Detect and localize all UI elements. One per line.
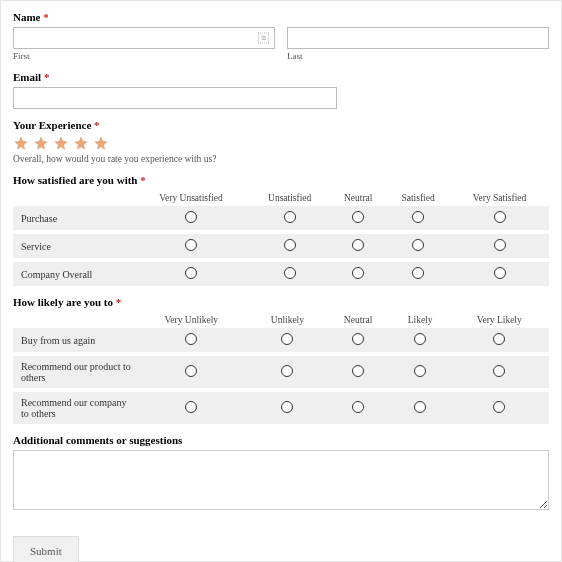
- radio-option[interactable]: [284, 239, 296, 251]
- col-header: Likely: [391, 312, 449, 328]
- radio-option[interactable]: [412, 211, 424, 223]
- radio-option[interactable]: [281, 333, 293, 345]
- radio-cell: [450, 232, 549, 260]
- row-label: Buy from us again: [13, 328, 133, 354]
- radio-option[interactable]: [414, 333, 426, 345]
- radio-option[interactable]: [352, 401, 364, 413]
- radio-cell: [330, 206, 386, 232]
- radio-option[interactable]: [185, 333, 197, 345]
- star-icon[interactable]: [93, 135, 109, 151]
- radio-cell: [386, 260, 450, 286]
- radio-option[interactable]: [414, 401, 426, 413]
- radio-option[interactable]: [493, 333, 505, 345]
- radio-option[interactable]: [185, 239, 197, 251]
- row-label: Purchase: [13, 206, 133, 232]
- radio-cell: [449, 328, 549, 354]
- radio-option[interactable]: [281, 401, 293, 413]
- required-marker: *: [140, 174, 146, 186]
- radio-option[interactable]: [185, 211, 197, 223]
- star-icon[interactable]: [13, 135, 29, 151]
- radio-option[interactable]: [493, 365, 505, 377]
- star-rating[interactable]: [13, 135, 549, 151]
- radio-option[interactable]: [414, 365, 426, 377]
- table-row: Company Overall: [13, 260, 549, 286]
- required-marker: *: [94, 119, 100, 131]
- required-marker: *: [116, 296, 122, 308]
- comments-label: Additional comments or suggestions: [13, 434, 549, 446]
- col-header: Unsatisfied: [249, 190, 330, 206]
- row-label: Recommend our company to others: [13, 390, 133, 424]
- radio-option[interactable]: [494, 267, 506, 279]
- radio-cell: [391, 328, 449, 354]
- experience-label: Your Experience *: [13, 119, 549, 131]
- email-label: Email *: [13, 71, 549, 83]
- comments-textarea[interactable]: [13, 450, 549, 510]
- radio-option[interactable]: [185, 401, 197, 413]
- radio-option[interactable]: [284, 267, 296, 279]
- radio-cell: [249, 260, 330, 286]
- radio-option[interactable]: [412, 267, 424, 279]
- radio-option[interactable]: [352, 211, 364, 223]
- table-row: Recommend our product to others: [13, 354, 549, 390]
- col-header: Very Satisfied: [450, 190, 549, 206]
- star-icon[interactable]: [53, 135, 69, 151]
- radio-cell: [133, 328, 250, 354]
- col-header: Very Likely: [449, 312, 549, 328]
- radio-option[interactable]: [494, 211, 506, 223]
- radio-cell: [325, 354, 391, 390]
- required-marker: *: [44, 71, 50, 83]
- radio-cell: [391, 390, 449, 424]
- autofill-icon: ≡: [258, 33, 269, 44]
- radio-cell: [133, 206, 249, 232]
- likelihood-label: How likely are you to *: [13, 296, 549, 308]
- required-marker: *: [43, 11, 49, 23]
- last-name-sublabel: Last: [287, 51, 549, 61]
- radio-option[interactable]: [352, 365, 364, 377]
- email-input[interactable]: [13, 87, 337, 109]
- radio-option[interactable]: [493, 401, 505, 413]
- experience-label-text: Your Experience: [13, 119, 91, 131]
- radio-cell: [133, 390, 250, 424]
- radio-cell: [250, 328, 325, 354]
- row-label: Company Overall: [13, 260, 133, 286]
- radio-option[interactable]: [352, 267, 364, 279]
- table-row: Service: [13, 232, 549, 260]
- likelihood-field: How likely are you to * Very Unlikely Un…: [13, 296, 549, 424]
- radio-option[interactable]: [185, 267, 197, 279]
- email-label-text: Email: [13, 71, 41, 83]
- radio-cell: [449, 390, 549, 424]
- satisfaction-label-text: How satisfied are you with: [13, 174, 137, 186]
- radio-cell: [325, 390, 391, 424]
- likelihood-header-row: Very Unlikely Unlikely Neutral Likely Ve…: [13, 312, 549, 328]
- radio-cell: [391, 354, 449, 390]
- radio-option[interactable]: [352, 333, 364, 345]
- first-name-sublabel: First: [13, 51, 275, 61]
- radio-option[interactable]: [412, 239, 424, 251]
- radio-cell: [325, 328, 391, 354]
- star-icon[interactable]: [73, 135, 89, 151]
- col-header: Satisfied: [386, 190, 450, 206]
- radio-cell: [449, 354, 549, 390]
- star-icon[interactable]: [33, 135, 49, 151]
- submit-button[interactable]: Submit: [13, 536, 79, 562]
- radio-option[interactable]: [185, 365, 197, 377]
- radio-cell: [386, 232, 450, 260]
- radio-option[interactable]: [284, 211, 296, 223]
- col-header: Neutral: [325, 312, 391, 328]
- comments-field: Additional comments or suggestions: [13, 434, 549, 512]
- last-name-input[interactable]: [287, 27, 549, 49]
- first-name-input[interactable]: [13, 27, 275, 49]
- radio-cell: [386, 206, 450, 232]
- name-inputs-row: ≡ First Last: [13, 27, 549, 61]
- radio-cell: [330, 260, 386, 286]
- name-label-text: Name: [13, 11, 41, 23]
- table-row: Buy from us again: [13, 328, 549, 354]
- col-header: Unlikely: [250, 312, 325, 328]
- radio-cell: [133, 232, 249, 260]
- survey-form: Name * ≡ First Last Email * Your Ex: [0, 0, 562, 562]
- first-name-wrap: ≡: [13, 27, 275, 49]
- radio-option[interactable]: [281, 365, 293, 377]
- email-field: Email *: [13, 71, 549, 109]
- radio-option[interactable]: [494, 239, 506, 251]
- radio-option[interactable]: [352, 239, 364, 251]
